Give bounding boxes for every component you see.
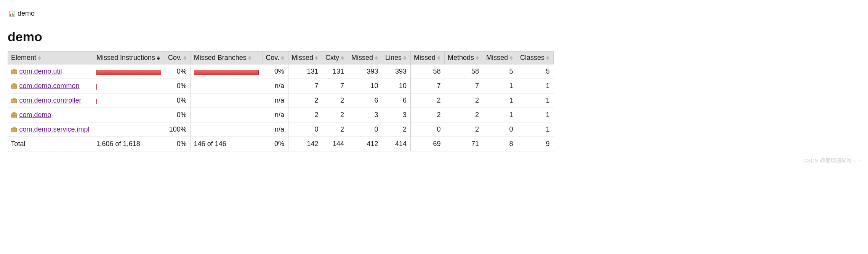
coverage-table: Element Missed Instructions Cov. Missed … xyxy=(8,51,554,151)
total-missed-lines: 412 xyxy=(348,137,382,151)
cell-missed_cxty: 7 xyxy=(288,79,322,93)
total-label: Total xyxy=(8,137,93,151)
column-label: Cov. xyxy=(168,54,182,61)
table-row: com.demo.service.impl100%n/a02020201 xyxy=(8,122,554,137)
instructions-bar xyxy=(93,93,165,108)
column-label: Missed Instructions xyxy=(96,54,155,61)
total-instr-text: 1,606 of 1,618 xyxy=(93,137,165,151)
cell-lines: 10 xyxy=(382,79,410,93)
cell-missed_classes: 1 xyxy=(483,93,517,108)
table-row: com.demo0%n/a22332211 xyxy=(8,108,554,122)
column-header[interactable]: Element xyxy=(8,51,93,64)
page-title: demo xyxy=(8,29,860,44)
branches-cov: n/a xyxy=(263,122,288,137)
package-link[interactable]: com.demo.controller xyxy=(19,96,82,104)
column-header[interactable]: Missed xyxy=(288,51,322,64)
instructions-bar xyxy=(93,108,165,122)
instructions-cov: 0% xyxy=(165,93,191,108)
svg-marker-9 xyxy=(183,58,187,60)
cell-classes: 1 xyxy=(517,122,554,137)
column-header[interactable]: Missed xyxy=(483,51,517,64)
column-header[interactable]: Cov. xyxy=(263,51,288,64)
cell-missed_methods: 58 xyxy=(411,64,445,79)
total-methods: 71 xyxy=(445,137,483,151)
cell-classes: 5 xyxy=(517,64,554,79)
column-header[interactable]: Missed xyxy=(348,51,382,64)
cell-methods: 2 xyxy=(445,93,483,108)
cell-missed_cxty: 131 xyxy=(288,64,322,79)
instructions-bar xyxy=(93,64,165,79)
package-link[interactable]: com.demo.util xyxy=(19,68,62,76)
svg-rect-33 xyxy=(13,69,15,70)
cell-lines: 3 xyxy=(382,108,410,122)
column-label: Cxty xyxy=(325,54,339,61)
svg-marker-11 xyxy=(248,58,251,60)
cell-methods: 7 xyxy=(445,79,483,93)
cell-missed_lines: 393 xyxy=(348,64,382,79)
cell-missed_methods: 7 xyxy=(411,79,445,93)
column-label: Missed xyxy=(351,54,373,61)
cell-missed_lines: 3 xyxy=(348,108,382,122)
instructions-cov: 100% xyxy=(165,122,191,137)
column-header[interactable]: Classes xyxy=(517,51,554,64)
branches-cov: n/a xyxy=(263,79,288,93)
svg-rect-3 xyxy=(13,14,14,16)
svg-marker-27 xyxy=(509,58,513,60)
cell-cxty: 2 xyxy=(322,122,348,137)
cell-missed_methods: 2 xyxy=(411,93,445,108)
column-header[interactable]: Methods xyxy=(445,51,483,64)
cell-lines: 2 xyxy=(382,122,410,137)
svg-marker-13 xyxy=(281,58,284,60)
svg-rect-41 xyxy=(13,98,15,99)
column-label: Cov. xyxy=(266,54,279,61)
branches-cov: n/a xyxy=(263,108,288,122)
breadcrumb: demo xyxy=(8,7,860,20)
svg-marker-17 xyxy=(341,58,344,60)
instructions-bar xyxy=(93,79,165,93)
cell-methods: 2 xyxy=(445,108,483,122)
table-row: com.demo.controller0%n/a22662211 xyxy=(8,93,554,108)
column-label: Missed xyxy=(486,54,508,61)
column-header[interactable]: Lines xyxy=(382,51,410,64)
total-lines: 414 xyxy=(382,137,410,151)
cell-cxty: 2 xyxy=(322,93,348,108)
package-link[interactable]: com.demo.common xyxy=(19,82,80,90)
total-row: Total 1,606 of 1,618 0% 146 of 146 0% 14… xyxy=(8,137,554,151)
svg-marker-7 xyxy=(157,58,160,60)
column-label: Missed xyxy=(291,54,313,61)
package-link[interactable]: com.demo.service.impl xyxy=(19,125,90,133)
cell-cxty: 131 xyxy=(322,64,348,79)
instructions-bar xyxy=(93,122,165,137)
column-header[interactable]: Missed xyxy=(411,51,445,64)
instructions-cov: 0% xyxy=(165,64,191,79)
svg-rect-45 xyxy=(13,113,15,114)
svg-rect-2 xyxy=(12,13,13,16)
branches-bar xyxy=(191,108,263,122)
package-link[interactable]: com.demo xyxy=(19,111,51,119)
cell-classes: 1 xyxy=(517,79,554,93)
svg-marker-5 xyxy=(38,58,41,60)
total-missed-cxty: 142 xyxy=(288,137,322,151)
column-header[interactable]: Cxty xyxy=(322,51,348,64)
branches-cov: 0% xyxy=(263,64,288,79)
total-classes: 9 xyxy=(517,137,554,151)
branches-bar xyxy=(191,93,263,108)
svg-marker-29 xyxy=(546,58,549,60)
package-icon xyxy=(11,127,17,133)
svg-marker-21 xyxy=(403,58,407,60)
total-branch-text: 146 of 146 xyxy=(191,137,263,151)
svg-marker-23 xyxy=(437,58,440,60)
cell-missed_cxty: 2 xyxy=(288,93,322,108)
column-header[interactable]: Missed Branches xyxy=(191,51,263,64)
package-icon xyxy=(11,112,17,118)
column-header[interactable]: Missed Instructions xyxy=(93,51,165,64)
package-icon xyxy=(11,83,17,89)
branches-bar xyxy=(191,64,263,79)
column-header[interactable]: Cov. xyxy=(165,51,191,64)
column-label: Classes xyxy=(520,54,545,61)
instructions-cov: 0% xyxy=(165,79,191,93)
cell-cxty: 7 xyxy=(322,79,348,93)
cell-missed_lines: 6 xyxy=(348,93,382,108)
total-instr-cov: 0% xyxy=(165,137,191,151)
instructions-cov: 0% xyxy=(165,108,191,122)
